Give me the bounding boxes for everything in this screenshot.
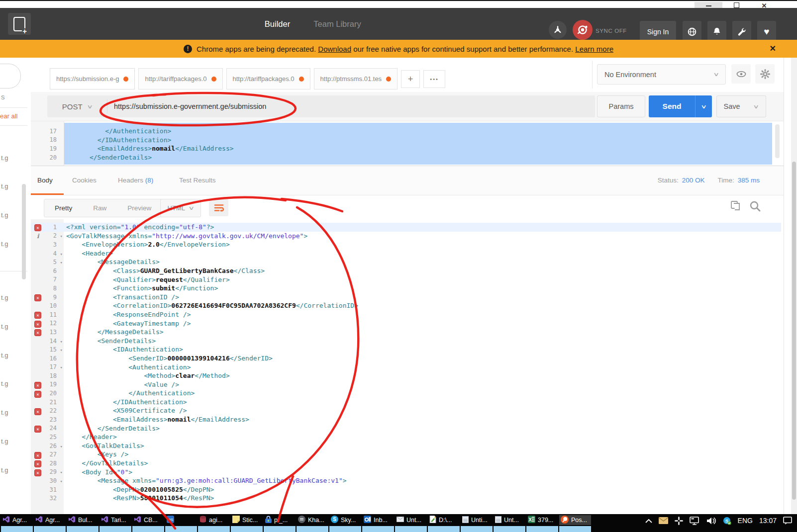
tab-team-library[interactable]: Team Library bbox=[309, 8, 365, 40]
code-line[interactable]: 8 <Function>submit</Function> bbox=[31, 284, 784, 293]
code-line[interactable]: 5▾ <MessageDetails> bbox=[31, 258, 784, 266]
request-tab[interactable]: http://tariffpackages.0 bbox=[226, 68, 310, 89]
fold-icon[interactable]: ▾ bbox=[60, 365, 63, 370]
error-icon[interactable]: ✕ bbox=[34, 460, 41, 467]
code-line[interactable]: 16 <SenderID>0000001399104216</SenderID> bbox=[31, 354, 784, 363]
language-indicator[interactable]: ENG bbox=[738, 517, 753, 525]
code-line[interactable]: ✕1<?xml version="1.0" encoding="utf-8"?> bbox=[31, 223, 784, 232]
time-value[interactable]: 385 ms bbox=[738, 177, 760, 184]
editor-scrollbar[interactable] bbox=[775, 124, 780, 158]
save-button[interactable]: Save bbox=[716, 95, 747, 117]
taskbar-item-ws[interactable]: WS bbox=[165, 515, 197, 525]
wrap-text-button[interactable] bbox=[209, 199, 228, 216]
taskbar-item-unt[interactable]: Unt... bbox=[395, 515, 427, 525]
manage-environments-button[interactable] bbox=[755, 64, 775, 84]
history-item[interactable]: t.g bbox=[1, 323, 8, 330]
history-item[interactable]: t.g bbox=[1, 409, 8, 416]
tab-response-body[interactable]: Body bbox=[37, 177, 53, 184]
clock[interactable]: 13:07 bbox=[759, 517, 777, 525]
code-line[interactable]: 17 </Authentication> bbox=[31, 127, 784, 136]
taskbar-item-agr[interactable]: Agr... bbox=[1, 515, 33, 525]
taskbar-second-row-button[interactable] bbox=[559, 526, 591, 532]
taskbar-item-unt[interactable]: Unt... bbox=[494, 515, 525, 525]
pretty-tab[interactable]: Pretty bbox=[44, 204, 83, 212]
taskbar-item-pos[interactable]: Pos... bbox=[559, 515, 591, 525]
taskbar-item-stic[interactable]: Stic... bbox=[231, 515, 263, 525]
history-item[interactable]: t.g bbox=[1, 154, 8, 162]
code-line[interactable]: 31 <DepPN>02001005825</DepPN> bbox=[31, 485, 784, 494]
fold-icon[interactable]: ▾ bbox=[60, 444, 63, 449]
download-link[interactable]: Download bbox=[318, 45, 351, 53]
fold-icon[interactable]: ▾ bbox=[60, 252, 63, 257]
taskbar-item-d[interactable]: D:\... bbox=[428, 515, 460, 525]
tray-volume-button[interactable] bbox=[706, 517, 716, 525]
taskbar-second-row-button[interactable] bbox=[526, 526, 558, 532]
code-line[interactable]: ✕13 </MessageDetails> bbox=[31, 328, 784, 337]
code-line[interactable]: 10 <CorrelationID>062726E416694F0C95DAA7… bbox=[31, 301, 784, 310]
more-tabs-button[interactable]: ••• bbox=[423, 70, 445, 88]
tab-test-results[interactable]: Test Results bbox=[179, 177, 216, 184]
learn-more-link[interactable]: Learn more bbox=[575, 45, 613, 53]
history-item[interactable]: t.g bbox=[1, 466, 8, 474]
window-scrollbar-thumb[interactable] bbox=[792, 162, 796, 500]
code-line[interactable]: 32 <ResPN>58001011054</ResPN> bbox=[31, 494, 784, 503]
fold-icon[interactable]: ▾ bbox=[60, 339, 63, 344]
error-icon[interactable]: ✕ bbox=[34, 391, 41, 398]
taskbar-second-row-button[interactable] bbox=[362, 526, 394, 532]
fold-icon[interactable]: ▾ bbox=[60, 479, 63, 484]
error-icon[interactable]: ✕ bbox=[34, 426, 41, 433]
code-line[interactable]: ✕11 <ResponseEndPoint /> bbox=[31, 310, 784, 319]
code-line[interactable]: ✕29▾ <Body Id="0"> bbox=[31, 468, 784, 477]
search-response-button[interactable] bbox=[749, 200, 762, 215]
taskbar-item-kha[interactable]: Kha... bbox=[297, 515, 328, 525]
code-line[interactable]: 17▾ <Authentication> bbox=[31, 363, 784, 372]
history-item[interactable]: t.g bbox=[1, 240, 8, 248]
code-line[interactable]: i2▾<GovTalkMessage xmlns="http://www.gov… bbox=[31, 232, 784, 241]
taskbar-second-row-button[interactable] bbox=[264, 526, 296, 532]
code-line[interactable]: 23 <EmailAddress>nomail</EmailAddress> bbox=[31, 415, 784, 424]
error-icon[interactable]: ✕ bbox=[34, 224, 41, 231]
taskbar-item-bul[interactable]: Bul... bbox=[67, 515, 99, 525]
taskbar-second-row-button[interactable] bbox=[494, 526, 525, 532]
environment-select[interactable]: No Environment ∨ bbox=[597, 64, 726, 85]
history-item[interactable]: t.g bbox=[1, 182, 8, 190]
send-button[interactable]: Send bbox=[649, 95, 695, 117]
history-item[interactable]: t.g bbox=[1, 211, 8, 219]
new-tab-button[interactable]: + bbox=[8, 13, 31, 35]
taskbar-second-row-button[interactable] bbox=[165, 526, 197, 532]
taskbar-second-row-button[interactable] bbox=[461, 526, 493, 532]
taskbar-item-cb[interactable]: CB... bbox=[132, 515, 164, 525]
taskbar-item-379[interactable]: X379... bbox=[526, 515, 558, 525]
taskbar-item-agr[interactable]: Agr... bbox=[34, 515, 66, 525]
taskbar-item-sky[interactable]: SSky... bbox=[329, 515, 361, 525]
sync-button[interactable] bbox=[573, 20, 593, 40]
code-line[interactable]: 20 </SenderDetails> bbox=[31, 153, 784, 162]
error-icon[interactable]: ✕ bbox=[34, 294, 41, 301]
code-line[interactable]: ✕27 <Keys /> bbox=[31, 450, 784, 459]
history-item[interactable]: t.g bbox=[1, 294, 8, 301]
tab-response-cookies[interactable]: Cookies bbox=[72, 177, 97, 184]
request-tab[interactable]: http://tariffpackages.0 bbox=[138, 68, 222, 89]
code-line[interactable]: 19 <EmailAddress>nomail</EmailAddress> bbox=[31, 144, 784, 153]
taskbar-second-row-button[interactable] bbox=[428, 526, 460, 532]
action-center-button[interactable] bbox=[783, 517, 792, 525]
taskbar-item-unti[interactable]: Unti... bbox=[461, 515, 493, 525]
method-select[interactable]: POST ∨ bbox=[47, 102, 107, 111]
tray-slack-button[interactable] bbox=[675, 517, 683, 525]
code-line[interactable]: 3 <EnvelopeVersion>2.0</EnvelopeVersion> bbox=[31, 240, 784, 249]
taskbar-second-row-button[interactable] bbox=[1, 526, 33, 532]
error-icon[interactable]: ✕ bbox=[34, 469, 41, 476]
status-value[interactable]: 200 OK bbox=[682, 177, 705, 184]
send-dropdown-button[interactable]: ∨ bbox=[695, 95, 712, 117]
code-line[interactable]: 18 </IDAuthentication> bbox=[31, 136, 784, 145]
fold-icon[interactable]: ▾ bbox=[60, 260, 63, 265]
code-line[interactable]: 6 <Class>GUARD_GetLibertyBankCase</Class… bbox=[31, 266, 784, 275]
sidebar-scrollbar[interactable] bbox=[22, 184, 26, 279]
fold-icon[interactable]: ▾ bbox=[60, 234, 63, 239]
params-button[interactable]: Params bbox=[597, 95, 645, 117]
tab-response-headers[interactable]: Headers (8) bbox=[118, 177, 153, 184]
request-tab[interactable]: http://ptmssms.01.tes bbox=[314, 68, 398, 89]
code-line[interactable]: 14▾ <SenderDetails> bbox=[31, 337, 784, 346]
code-line[interactable]: 25 </Header> bbox=[31, 433, 784, 442]
taskbar-second-row-button[interactable] bbox=[297, 526, 328, 532]
